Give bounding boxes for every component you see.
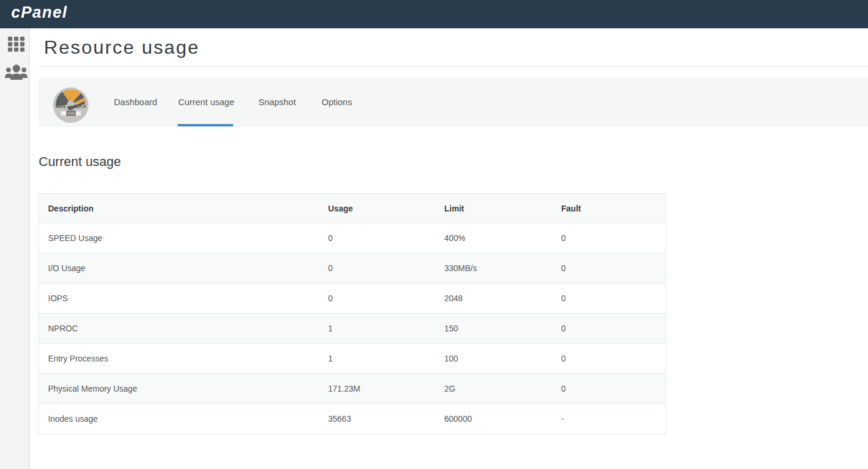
svg-text:MAX: MAX (74, 103, 87, 109)
svg-text:MIN: MIN (55, 103, 65, 109)
